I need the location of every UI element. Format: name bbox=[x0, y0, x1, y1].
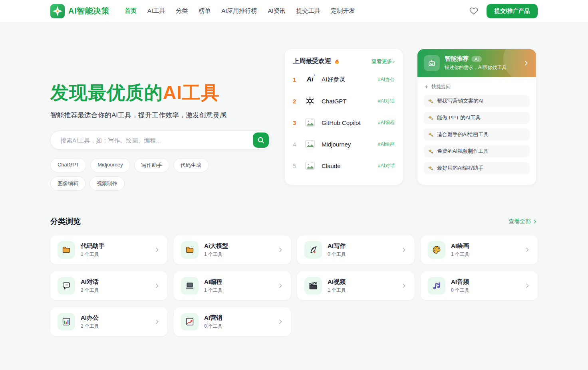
brand-logo[interactable]: AI智能决策 bbox=[50, 4, 109, 18]
chevron-right-icon bbox=[401, 283, 407, 289]
quick-question-free-video[interactable]: 免费的AI视频制作工具 bbox=[424, 145, 530, 157]
sparkles-icon bbox=[428, 132, 434, 138]
nav-item-home[interactable]: 首页 bbox=[125, 7, 137, 15]
smart-recommend-header[interactable]: 智能推荐 AI 描述你的需求，AI帮你找工具 bbox=[417, 49, 536, 77]
tool-name: AI好参谋 bbox=[322, 76, 378, 83]
nav-item-app-charts[interactable]: AI应用排行榜 bbox=[221, 7, 257, 15]
ranking-item-midjourney[interactable]: 4 Midjourney #AI绘画 bbox=[293, 137, 395, 152]
folder-icon bbox=[181, 241, 199, 259]
ranking-item-ai-haocanmou[interactable]: 1 Ai✦ AI好参谋 #AI办公 bbox=[293, 72, 395, 87]
palette-icon bbox=[428, 241, 445, 259]
category-card-ai-writing[interactable]: AI写作 0 个工具 bbox=[297, 235, 414, 264]
view-more-link[interactable]: 查看更多› bbox=[371, 58, 395, 65]
ai-badge: AI bbox=[471, 56, 482, 62]
categories-section: 分类浏览 查看全部 代码助手 1 个工具 bbox=[0, 216, 588, 353]
tag-chatgpt[interactable]: ChatGPT bbox=[50, 158, 86, 172]
chevron-right-icon bbox=[522, 59, 530, 67]
bar-chart-icon bbox=[58, 313, 75, 330]
search-icon bbox=[257, 136, 265, 144]
tool-name: Midjourney bbox=[322, 141, 378, 148]
category-count: 1 个工具 bbox=[204, 251, 272, 258]
category-card-ai-audio[interactable]: AI音频 0 个工具 bbox=[421, 271, 538, 300]
sparkle-icon bbox=[424, 84, 429, 89]
chevron-right-icon bbox=[154, 283, 160, 289]
tool-category-tag: #AI对话 bbox=[378, 162, 395, 169]
chevron-right-icon bbox=[277, 283, 284, 289]
category-name: AI对话 bbox=[81, 278, 148, 286]
nav-item-ai-news[interactable]: AI资讯 bbox=[268, 7, 285, 15]
quick-question-beginner-drawing[interactable]: 适合新手的AI绘画工具 bbox=[424, 129, 530, 140]
recommend-subtitle: 描述你的需求，AI帮你找工具 bbox=[445, 64, 518, 71]
nav-item-rankings[interactable]: 榜单 bbox=[199, 7, 211, 15]
tag-video-production[interactable]: 视频制作 bbox=[89, 176, 125, 191]
rank-number: 4 bbox=[293, 141, 301, 148]
heart-icon[interactable] bbox=[469, 6, 479, 16]
rank-number: 2 bbox=[293, 98, 301, 105]
brand-name: AI智能决策 bbox=[68, 6, 109, 16]
ranking-item-chatgpt[interactable]: 2 ChatGPT #AI对话 bbox=[293, 93, 395, 109]
categories-title: 分类浏览 bbox=[50, 216, 81, 227]
quick-question-ppt-tool[interactable]: 能做 PPT 的AI工具 bbox=[424, 112, 530, 124]
page-title: 发现最优质的AI工具 bbox=[50, 82, 271, 104]
sparkle-icon: ✦ bbox=[313, 73, 316, 77]
tag-writing-assistant[interactable]: 写作助手 bbox=[134, 158, 169, 172]
category-count: 0 个工具 bbox=[204, 323, 272, 330]
category-name: AI视频 bbox=[328, 278, 395, 286]
quick-question-marketing-copy[interactable]: 帮我写营销文案的AI bbox=[424, 95, 530, 107]
category-card-ai-marketing[interactable]: AI营销 0 个工具 bbox=[174, 307, 291, 336]
nav-item-categories[interactable]: 分类 bbox=[176, 7, 188, 15]
folder-icon bbox=[58, 241, 75, 259]
sparkles-icon bbox=[428, 98, 434, 104]
tag-image-editing[interactable]: 图像编辑 bbox=[50, 176, 85, 191]
title-part-orange: AI工具 bbox=[163, 82, 220, 103]
category-name: AI音频 bbox=[451, 278, 518, 286]
nav-item-custom-dev[interactable]: 定制开发 bbox=[331, 7, 355, 15]
category-card-ai-large-model[interactable]: Ai大模型 1 个工具 bbox=[174, 235, 291, 264]
search-button[interactable] bbox=[253, 133, 269, 148]
tag-code-generation[interactable]: 代码生成 bbox=[173, 158, 209, 172]
clapperboard-icon bbox=[304, 277, 322, 295]
category-card-ai-video[interactable]: AI视频 1 个工具 bbox=[297, 271, 414, 300]
speech-bubble-icon bbox=[58, 277, 75, 295]
category-name: AI办公 bbox=[81, 314, 148, 322]
tool-category-tag: #AI绘画 bbox=[378, 141, 395, 148]
chevron-right-icon bbox=[524, 247, 530, 253]
smart-recommend-card: 智能推荐 AI 描述你的需求，AI帮你找工具 快捷提问 bbox=[417, 49, 536, 185]
tool-category-tag: #AI办公 bbox=[378, 76, 395, 83]
category-name: AI营销 bbox=[204, 314, 272, 322]
ranking-item-github-copilot[interactable]: 3 GitHub Copilot #AI编程 bbox=[293, 115, 395, 130]
nav-item-ai-tools[interactable]: AI工具 bbox=[147, 7, 165, 15]
tool-name: Claude bbox=[322, 162, 378, 169]
category-name: AI写作 bbox=[328, 242, 395, 250]
category-count: 1 个工具 bbox=[81, 251, 148, 258]
category-card-ai-drawing[interactable]: AI绘画 1 个工具 bbox=[421, 235, 538, 264]
hero-subtitle: 智能推荐最适合你的AI工具，提升工作效率，激发创意灵感 bbox=[50, 111, 271, 120]
rank-number: 3 bbox=[293, 119, 301, 126]
view-all-link[interactable]: 查看全部 bbox=[509, 218, 538, 225]
laptop-icon bbox=[181, 277, 199, 295]
category-count: 2 个工具 bbox=[81, 323, 148, 330]
category-count: 0 个工具 bbox=[328, 251, 395, 258]
broken-image-icon bbox=[303, 116, 317, 129]
nav-item-submit-tool[interactable]: 提交工具 bbox=[296, 7, 320, 15]
line-chart-icon bbox=[181, 313, 199, 330]
category-card-code-assistant[interactable]: 代码助手 1 个工具 bbox=[50, 235, 167, 264]
tool-category-tag: #AI编程 bbox=[378, 119, 395, 126]
category-count: 1 个工具 bbox=[328, 287, 395, 294]
broken-image-icon bbox=[303, 137, 317, 151]
search-input[interactable] bbox=[51, 137, 253, 144]
quick-question-best-coding[interactable]: 最好用的AI编程助手 bbox=[424, 162, 530, 174]
rank-number: 1 bbox=[293, 76, 301, 83]
category-card-ai-office[interactable]: AI办公 2 个工具 bbox=[50, 307, 167, 336]
category-count: 0 个工具 bbox=[451, 287, 518, 294]
chevron-right-icon bbox=[154, 319, 160, 325]
sparkles-icon bbox=[428, 115, 434, 121]
ranking-item-claude[interactable]: 5 Claude #AI对话 bbox=[293, 158, 395, 173]
category-name: Ai大模型 bbox=[204, 242, 272, 250]
category-card-ai-coding[interactable]: AI编程 1 个工具 bbox=[174, 271, 291, 300]
submit-promote-button[interactable]: 提交/推广产品 bbox=[487, 4, 538, 18]
category-card-ai-chat[interactable]: AI对话 2 个工具 bbox=[50, 271, 167, 300]
sparkles-icon bbox=[428, 148, 434, 154]
tag-midjourney[interactable]: Midjourney bbox=[90, 158, 130, 172]
quick-questions-label: 快捷提问 bbox=[424, 83, 530, 90]
